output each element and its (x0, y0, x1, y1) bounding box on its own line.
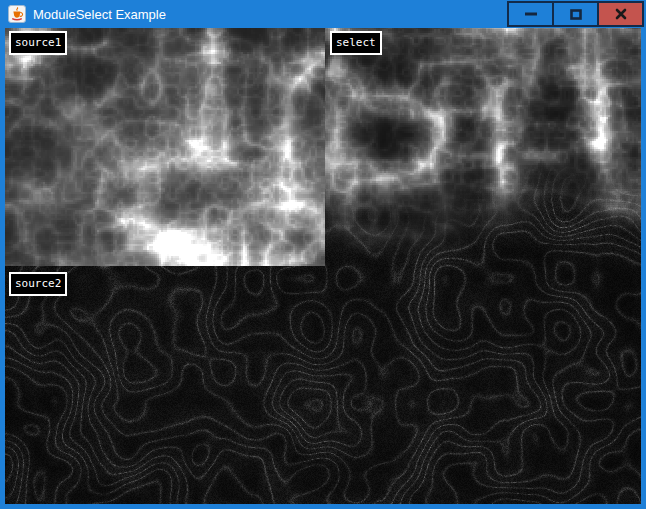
noise-render-canvas (5, 28, 641, 504)
label-source2: source2 (9, 272, 67, 296)
java-coffee-cup-icon (8, 5, 26, 23)
noise-viewport: source1 select source2 (5, 28, 641, 504)
label-select: select (330, 31, 382, 55)
close-button[interactable] (597, 1, 644, 27)
maximize-button[interactable] (552, 1, 599, 27)
close-icon (615, 8, 627, 20)
minimize-icon (524, 11, 538, 17)
label-source1: source1 (9, 31, 67, 55)
app-window: ModuleSelect Example source1 select s (0, 0, 646, 509)
window-controls (509, 1, 644, 27)
titlebar[interactable]: ModuleSelect Example (0, 0, 646, 28)
maximize-icon (570, 9, 582, 20)
minimize-button[interactable] (507, 1, 554, 27)
window-title: ModuleSelect Example (33, 7, 166, 22)
